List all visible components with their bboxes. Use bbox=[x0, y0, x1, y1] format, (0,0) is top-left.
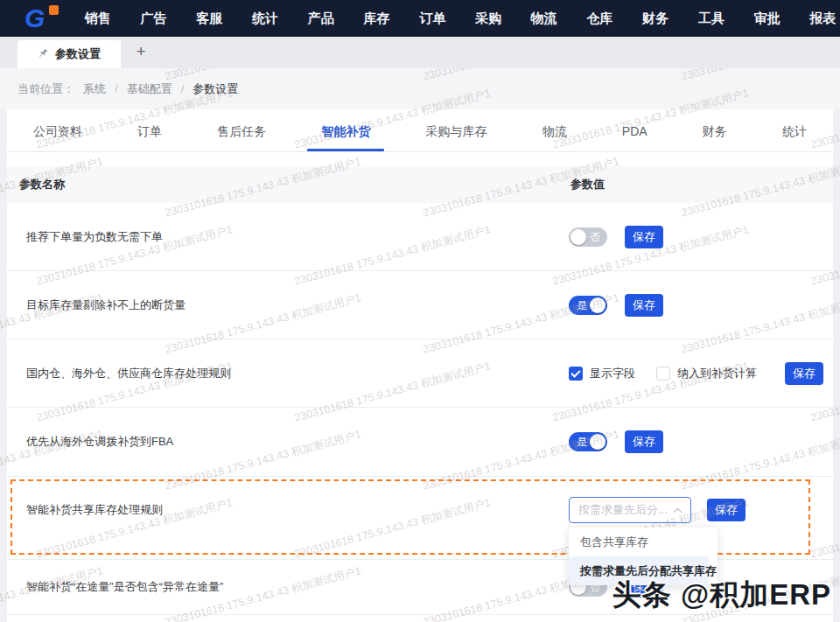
dropdown-option-1[interactable]: 按需求量先后分配共享库存 bbox=[569, 556, 709, 585]
pin-icon bbox=[38, 47, 49, 61]
window-tab-label: 参数设置 bbox=[55, 46, 101, 62]
checkbox-label: 纳入到补货计算 bbox=[677, 366, 757, 381]
breadcrumb-separator: / bbox=[181, 82, 185, 95]
top-navigation: G 销售广告客服统计产品库存订单采购物流仓库财务工具审批报表 bbox=[0, 0, 840, 37]
screen: G 销售广告客服统计产品库存订单采购物流仓库财务工具审批报表 参数设置 + 当前… bbox=[0, 0, 840, 622]
topnav-menu: 销售广告客服统计产品库存订单采购物流仓库财务工具审批报表 bbox=[70, 0, 840, 37]
window-tab-active[interactable]: 参数设置 bbox=[18, 40, 121, 68]
settings-tab-5[interactable]: 物流 bbox=[542, 112, 567, 151]
toggle-switch[interactable]: 是 bbox=[569, 432, 607, 451]
nav-item-6[interactable]: 订单 bbox=[404, 0, 460, 37]
settings-tab-3[interactable]: 智能补货 bbox=[321, 112, 370, 151]
settings-tabs: 公司资料订单售后任务智能补货采购与库存物流PDA财务统计 bbox=[7, 112, 833, 152]
dropdown-option-0[interactable]: 包含共享库存 bbox=[569, 528, 718, 556]
save-button[interactable]: 保存 bbox=[625, 226, 663, 248]
settings-tab-4[interactable]: 采购与库存 bbox=[426, 112, 487, 151]
toggle-label: 是 bbox=[577, 432, 587, 451]
settings-tab-1[interactable]: 订单 bbox=[137, 112, 162, 151]
save-button[interactable]: 保存 bbox=[707, 499, 746, 521]
app-logo[interactable]: G bbox=[24, 3, 68, 33]
settings-tab-6[interactable]: PDA bbox=[622, 112, 648, 151]
toggle-switch[interactable]: 否 bbox=[569, 227, 607, 247]
logo-plus-icon bbox=[49, 5, 59, 15]
param-name: 智能补货“在途量”是否包含“异常在途量” bbox=[26, 579, 223, 595]
breadcrumb-separator: / bbox=[115, 82, 118, 95]
toggle-label: 否 bbox=[590, 227, 600, 247]
select-value: 按需求量先后分... bbox=[578, 498, 668, 522]
checkbox-checked-icon bbox=[569, 367, 583, 381]
share-stock-rule-select[interactable]: 按需求量先后分... bbox=[569, 497, 691, 523]
add-tab-button[interactable]: + bbox=[130, 40, 152, 63]
breadcrumb: 当前位置： 系统 / 基础配置 / 参数设置 bbox=[0, 68, 840, 109]
toggle-knob bbox=[590, 297, 606, 313]
breadcrumb-item-current: 参数设置 bbox=[192, 81, 238, 97]
column-header-value: 参数值 bbox=[570, 166, 605, 203]
nav-item-9[interactable]: 仓库 bbox=[571, 0, 627, 37]
window-tabstrip: 参数设置 + bbox=[0, 37, 840, 68]
nav-item-4[interactable]: 产品 bbox=[293, 0, 349, 37]
table-row: 国内仓、海外仓、供应商仓库存处理规则 显示字段 纳入到补货计算 保存 bbox=[7, 339, 833, 408]
settings-tab-2[interactable]: 售后任务 bbox=[217, 112, 266, 151]
save-button[interactable]: 保存 bbox=[625, 430, 663, 453]
nav-item-12[interactable]: 审批 bbox=[739, 0, 795, 37]
breadcrumb-prefix: 当前位置： bbox=[18, 81, 74, 97]
save-button[interactable]: 保存 bbox=[785, 362, 823, 385]
table-row: 优先从海外仓调拨补货到FBA 是 保存 bbox=[7, 408, 833, 477]
select-dropdown-panel: 包含共享库存按需求量先后分配共享库存 bbox=[569, 528, 718, 585]
param-name: 目标库存量剔除补不上的断货量 bbox=[26, 297, 186, 313]
nav-item-1[interactable]: 广告 bbox=[126, 0, 182, 37]
param-name: 优先从海外仓调拨补货到FBA bbox=[26, 434, 173, 450]
param-name: 智能补货共享库存处理规则 bbox=[26, 502, 163, 518]
nav-item-5[interactable]: 库存 bbox=[349, 0, 405, 37]
logo-letter: G bbox=[24, 3, 43, 32]
toggle-label: 是 bbox=[577, 296, 587, 315]
chevron-up-icon bbox=[674, 508, 682, 517]
checkbox-unchecked-icon bbox=[656, 367, 670, 381]
param-name: 推荐下单量为负数无需下单 bbox=[26, 229, 163, 245]
toggle-knob bbox=[570, 229, 586, 245]
table-row: 目标库存量剔除补不上的断货量 是 保存 bbox=[7, 271, 833, 339]
checkbox-show-field[interactable]: 显示字段 bbox=[569, 366, 635, 381]
breadcrumb-item-basic-config[interactable]: 基础配置 bbox=[127, 81, 172, 97]
nav-item-7[interactable]: 采购 bbox=[460, 0, 516, 37]
toggle-knob bbox=[590, 434, 606, 450]
nav-item-11[interactable]: 工具 bbox=[683, 0, 739, 37]
checkbox-label: 显示字段 bbox=[590, 366, 635, 381]
column-header-name: 参数名称 bbox=[19, 166, 65, 203]
table-header: 参数名称 参数值 bbox=[7, 166, 833, 203]
settings-tab-0[interactable]: 公司资料 bbox=[33, 112, 82, 151]
nav-item-8[interactable]: 物流 bbox=[516, 0, 572, 37]
nav-item-0[interactable]: 销售 bbox=[70, 0, 126, 37]
toggle-switch[interactable]: 是 bbox=[569, 296, 607, 315]
nav-item-3[interactable]: 统计 bbox=[237, 0, 293, 37]
nav-item-10[interactable]: 财务 bbox=[627, 0, 683, 37]
nav-item-13[interactable]: 报表 bbox=[794, 0, 840, 37]
table-row: 推荐下单量为负数无需下单 否 保存 bbox=[7, 203, 833, 271]
settings-tab-7[interactable]: 财务 bbox=[703, 112, 727, 151]
param-name: 国内仓、海外仓、供应商仓库存处理规则 bbox=[26, 366, 231, 381]
save-button[interactable]: 保存 bbox=[625, 294, 663, 317]
settings-tab-8[interactable]: 统计 bbox=[782, 112, 807, 151]
nav-item-2[interactable]: 客服 bbox=[181, 0, 237, 37]
checkbox-include-in-calc[interactable]: 纳入到补货计算 bbox=[656, 366, 757, 381]
breadcrumb-item-system[interactable]: 系统 bbox=[83, 81, 106, 97]
